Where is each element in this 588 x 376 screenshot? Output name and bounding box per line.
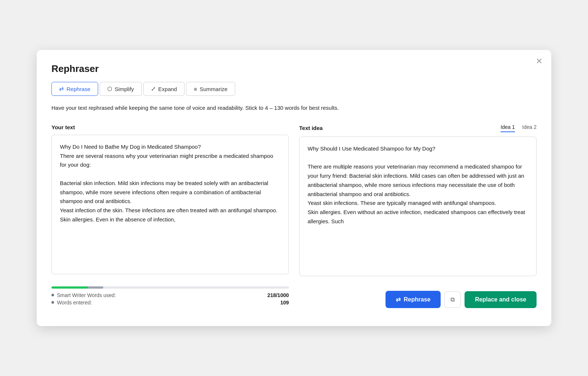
panels-container: Your text Why Do I Need to Bathe My Dog … <box>51 124 537 276</box>
idea-tab-1[interactable]: Idea 1 <box>501 124 515 132</box>
replace-and-close-button[interactable]: Replace and close <box>465 291 537 308</box>
rephraser-modal: ✕ Rephraser ⇄ Rephrase ⬡ Simplify ⤢ Expa… <box>37 50 551 326</box>
tab-simplify[interactable]: ⬡ Simplify <box>100 82 142 96</box>
left-panel-label: Your text <box>51 124 75 130</box>
rephrase-btn-icon: ⇄ <box>396 296 401 303</box>
smart-words-stat: Smart Writer Words used: 218/1000 <box>51 292 289 298</box>
tab-summarize[interactable]: ≡ Summarize <box>186 82 235 96</box>
right-panel: Text idea Idea 1 Idea 2 Why Should I Use… <box>299 124 537 276</box>
tabs-bar: ⇄ Rephrase ⬡ Simplify ⤢ Expand ≡ Summari… <box>51 82 537 96</box>
idea-tab-2[interactable]: Idea 2 <box>522 124 537 132</box>
rephrase-btn-label: Rephrase <box>404 296 430 303</box>
idea-tabs: Idea 1 Idea 2 <box>501 124 537 132</box>
tab-rephrase-label: Rephrase <box>67 86 90 92</box>
simplify-tab-icon: ⬡ <box>107 86 112 92</box>
left-panel: Your text Why Do I Need to Bathe My Dog … <box>51 124 289 276</box>
words-entered-dot <box>51 301 54 304</box>
tab-simplify-label: Simplify <box>115 86 134 92</box>
description-text: Have your text rephrased while keeping t… <box>51 104 537 112</box>
progress-track <box>51 286 289 289</box>
tab-expand-label: Expand <box>158 86 177 92</box>
rephrase-tab-icon: ⇄ <box>59 86 64 92</box>
tab-summarize-label: Summarize <box>200 86 227 92</box>
right-panel-header: Text idea Idea 1 Idea 2 <box>299 124 537 132</box>
tab-rephrase[interactable]: ⇄ Rephrase <box>51 82 98 96</box>
smart-words-total: /1000 <box>276 292 289 298</box>
smart-words-dot <box>51 294 54 296</box>
text-idea-box[interactable]: Why Should I Use Medicated Shampoo for M… <box>299 137 537 276</box>
left-panel-header: Your text <box>51 124 289 130</box>
modal-title: Rephraser <box>51 63 537 75</box>
right-bottom-actions: ⇄ Rephrase ⧉ Replace and close <box>299 291 537 308</box>
smart-words-used: 218 <box>268 292 276 298</box>
copy-button[interactable]: ⧉ <box>444 292 461 308</box>
left-bottom: Smart Writer Words used: 218/1000 Words … <box>51 286 289 313</box>
expand-tab-icon: ⤢ <box>151 86 156 92</box>
progress-bar-container: Smart Writer Words used: 218/1000 Words … <box>51 286 289 306</box>
copy-icon: ⧉ <box>451 296 455 303</box>
progress-fill <box>51 286 103 289</box>
words-entered-label: Words entered: <box>57 300 92 306</box>
your-text-box[interactable]: Why Do I Need to Bathe My Dog in Medicat… <box>51 135 289 274</box>
right-panel-label: Text idea <box>299 125 323 131</box>
words-entered-value: 109 <box>280 300 289 306</box>
close-button[interactable]: ✕ <box>536 57 542 65</box>
bottom-section: Smart Writer Words used: 218/1000 Words … <box>51 286 537 313</box>
smart-words-value: 218/1000 <box>268 292 289 298</box>
stats-container: Smart Writer Words used: 218/1000 Words … <box>51 292 289 306</box>
tab-expand[interactable]: ⤢ Expand <box>143 82 185 96</box>
rephrase-button[interactable]: ⇄ Rephrase <box>386 291 441 308</box>
words-entered-num: 109 <box>280 300 289 306</box>
words-entered-stat: Words entered: 109 <box>51 300 289 306</box>
summarize-tab-icon: ≡ <box>194 86 197 92</box>
smart-words-label: Smart Writer Words used: <box>57 292 116 298</box>
